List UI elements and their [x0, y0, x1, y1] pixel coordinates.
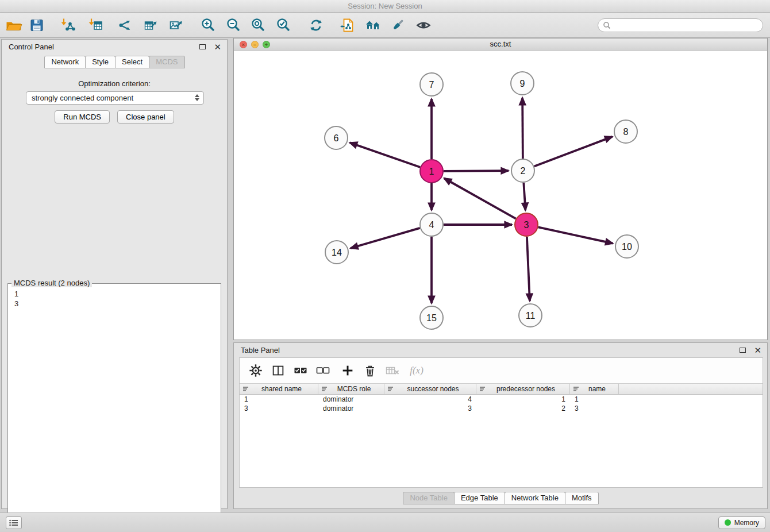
- task-history-button[interactable]: [6, 516, 22, 529]
- eye-icon: [415, 17, 432, 34]
- node-10[interactable]: 10: [615, 235, 638, 258]
- edge-1-2[interactable]: [444, 171, 509, 171]
- column-header-shared-name[interactable]: shared name: [240, 384, 318, 394]
- edge-3-11[interactable]: [527, 237, 530, 301]
- table-header-row: shared nameMCDS rolesuccessor nodesprede…: [240, 383, 763, 395]
- task-list-icon: [9, 519, 18, 526]
- cell-successor-nodes[interactable]: 3: [384, 404, 476, 413]
- home-views-button[interactable]: [363, 15, 383, 36]
- show-columns-button[interactable]: [270, 363, 286, 379]
- column-header-successor-nodes[interactable]: successor nodes: [384, 384, 476, 394]
- node-label: 2: [521, 166, 526, 176]
- toolbar-search[interactable]: [598, 18, 763, 32]
- tab-network[interactable]: Network: [44, 56, 86, 68]
- open-session-button[interactable]: [3, 15, 24, 36]
- delete-table-icon: [384, 363, 401, 378]
- delete-table-button[interactable]: [384, 363, 401, 379]
- close-table-panel-icon[interactable]: ✕: [754, 347, 761, 354]
- cell-name[interactable]: 1: [570, 395, 619, 404]
- node-9[interactable]: 9: [511, 72, 534, 95]
- edge-2-9[interactable]: [522, 98, 523, 159]
- zoom-window-button[interactable]: +: [263, 41, 270, 48]
- float-panel-icon[interactable]: [199, 44, 206, 49]
- network-document-button[interactable]: [337, 15, 358, 36]
- tab-mcds[interactable]: MCDS: [149, 56, 184, 68]
- node-1[interactable]: 1: [420, 160, 443, 183]
- run-mcds-button[interactable]: Run MCDS: [55, 110, 110, 124]
- tab-edge-table[interactable]: Edge Table: [454, 492, 505, 504]
- edge-3-10[interactable]: [538, 227, 613, 243]
- tab-network-table[interactable]: Network Table: [505, 492, 565, 504]
- zoom-in-button[interactable]: [198, 15, 218, 36]
- export-table-button[interactable]: [140, 15, 161, 36]
- mcds-result-line: 3: [14, 299, 214, 309]
- cell-successor-nodes[interactable]: 4: [384, 395, 476, 404]
- cell-shared-name[interactable]: 1: [240, 395, 318, 404]
- cell-predecessor-nodes[interactable]: 1: [476, 395, 570, 404]
- import-table-button[interactable]: [85, 15, 106, 36]
- node-11[interactable]: 11: [519, 304, 542, 327]
- deselect-all-button[interactable]: [315, 363, 331, 379]
- minimize-window-button[interactable]: −: [251, 41, 259, 48]
- memory-indicator-dot: [725, 519, 731, 526]
- cell-shared-name[interactable]: 3: [240, 404, 318, 413]
- network-view[interactable]: 7968124314101511: [234, 51, 767, 340]
- node-14[interactable]: 14: [325, 241, 348, 264]
- apply-style-button[interactable]: [387, 15, 408, 36]
- tab-select[interactable]: Select: [115, 56, 149, 68]
- node-15[interactable]: 15: [420, 306, 443, 329]
- apply-layout-button[interactable]: [306, 15, 326, 36]
- tab-node-table[interactable]: Node Table: [403, 492, 455, 504]
- save-session-button[interactable]: [26, 15, 47, 36]
- node-6[interactable]: 6: [325, 126, 348, 149]
- edge-1-6[interactable]: [350, 142, 421, 167]
- edge-2-8[interactable]: [534, 137, 613, 167]
- close-panel-icon[interactable]: ✕: [214, 44, 221, 51]
- search-input[interactable]: [614, 21, 758, 29]
- delete-row-button[interactable]: [362, 363, 378, 379]
- import-network-button[interactable]: [57, 15, 78, 36]
- table-settings-button[interactable]: [248, 363, 264, 379]
- edge-4-14[interactable]: [351, 228, 420, 248]
- cell-predecessor-nodes[interactable]: 2: [476, 404, 570, 413]
- table-rows: 1dominator4113dominator323: [240, 395, 763, 413]
- network-canvas[interactable]: 7968124314101511: [234, 51, 767, 340]
- edge-3-1[interactable]: [444, 178, 516, 218]
- table-row[interactable]: 3dominator323: [240, 404, 763, 413]
- tab-motifs[interactable]: Motifs: [565, 492, 599, 504]
- column-header-mcds-role[interactable]: MCDS role: [318, 384, 384, 394]
- network-window-titlebar[interactable]: ×−+ scc.txt: [234, 38, 767, 51]
- plus-icon: [340, 363, 355, 378]
- zoom-out-button[interactable]: [223, 15, 244, 36]
- node-4[interactable]: 4: [420, 213, 443, 236]
- column-header-predecessor-nodes[interactable]: predecessor nodes: [476, 384, 570, 394]
- close-window-button[interactable]: ×: [240, 41, 247, 48]
- tab-style[interactable]: Style: [85, 56, 116, 68]
- new-network-button[interactable]: [115, 15, 136, 36]
- apply-function-button[interactable]: f(x): [407, 363, 426, 379]
- close-panel-button[interactable]: Close panel: [117, 110, 174, 124]
- zoom-selected-button[interactable]: [273, 15, 294, 36]
- add-row-button[interactable]: [340, 363, 356, 379]
- zoom-fit-button[interactable]: [248, 15, 268, 36]
- node-8[interactable]: 8: [614, 120, 637, 143]
- memory-button[interactable]: Memory: [718, 516, 765, 529]
- memory-label: Memory: [734, 519, 759, 527]
- export-image-icon: [167, 17, 184, 34]
- window-titlebar[interactable]: Session: New Session: [0, 0, 770, 13]
- status-bar: Memory: [0, 512, 770, 532]
- select-all-button[interactable]: [292, 363, 309, 379]
- show-graphics-details-button[interactable]: [413, 15, 434, 36]
- node-3[interactable]: 3: [515, 213, 538, 236]
- cell-name[interactable]: 3: [570, 404, 619, 413]
- optimization-select[interactable]: strongly connected component: [26, 91, 204, 105]
- table-row[interactable]: 1dominator411: [240, 395, 763, 404]
- node-2[interactable]: 2: [511, 159, 534, 182]
- cell-mcds-role[interactable]: dominator: [318, 404, 384, 413]
- node-7[interactable]: 7: [420, 73, 443, 96]
- column-header-name[interactable]: name: [570, 384, 619, 394]
- cell-mcds-role[interactable]: dominator: [318, 395, 384, 404]
- export-image-button[interactable]: [165, 15, 186, 36]
- edge-2-3[interactable]: [523, 183, 525, 210]
- float-table-panel-icon[interactable]: [740, 348, 746, 353]
